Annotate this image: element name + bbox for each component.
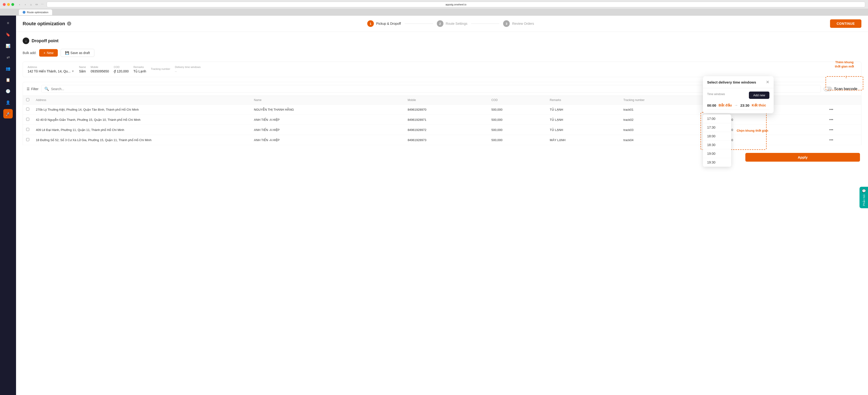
filter-label: Filter — [31, 87, 38, 91]
step-2-circle: 2 — [437, 20, 443, 27]
section-header: ↓ Dropoff point — [23, 37, 861, 44]
time-option-1900[interactable]: 19:00 — [703, 149, 731, 158]
chat-label: Phản hối — [862, 194, 865, 206]
th-address: Address — [33, 96, 251, 104]
active-tab[interactable]: Route optimization — [19, 9, 52, 15]
forward-button[interactable]: › — [23, 2, 28, 7]
url-text: appstg.onwheel.io — [445, 3, 467, 6]
plus-icon: + — [43, 51, 45, 55]
row-cod-1: 500,000 — [488, 115, 547, 125]
sidebar-dashboard-icon[interactable]: 📊 — [3, 41, 13, 51]
step-3-label: Review Orders — [512, 22, 534, 26]
save-draft-button[interactable]: 💾 Save as draft — [61, 49, 95, 57]
row-checkbox-cell-1 — [23, 115, 33, 125]
continue-button[interactable]: CONTINUE — [830, 19, 861, 28]
row-tracking-0: track01 — [620, 104, 712, 115]
delivery-windows-value[interactable]: – — [175, 69, 201, 73]
step-2: 2 Route Settings — [437, 20, 467, 27]
filter-button[interactable]: ☰ Filter — [27, 87, 38, 91]
row-checkbox-0[interactable] — [26, 108, 29, 111]
dropoff-icon: ↓ — [23, 37, 29, 44]
row-name-2: ANH TIẾN -A HIỆP — [251, 125, 404, 135]
row-checkbox-cell-3 — [23, 135, 33, 145]
step-1-circle: 1 — [367, 20, 374, 27]
row-address-3: 18 Đường Số 52, Số 3 Cư Xá Lữ Gia, Phườn… — [33, 135, 251, 145]
time-option-1930[interactable]: 19:30 — [703, 158, 731, 167]
browser-nav: ‹ › ⌂ ▭ ⋯ — [17, 2, 45, 7]
row-mobile-2: 84961928972 — [404, 125, 488, 135]
th-remarks: Remarks — [547, 96, 620, 104]
time-option-1830[interactable]: 18:30 — [703, 141, 731, 149]
page-title-text: Route optimization — [23, 21, 65, 26]
bulk-add-label: Bulk add: — [23, 51, 36, 55]
chat-widget[interactable]: 💬 Phản hối — [860, 187, 868, 208]
sidebar-routes-icon[interactable]: 🚀 — [3, 109, 13, 118]
sidebar-transfer-icon[interactable]: ⇄ — [3, 52, 13, 62]
step-connector-2 — [471, 24, 499, 24]
time-option-1800[interactable]: 18:00 — [703, 132, 731, 141]
delivery-windows-field: Delivery time windows – — [175, 66, 201, 73]
end-time-value: 23:30 — [740, 103, 749, 108]
apply-button[interactable]: Apply — [745, 153, 860, 162]
row-remarks-0: TỦ LẠNH — [547, 104, 620, 115]
step-1-label: Pickup & Dropoff — [376, 22, 401, 26]
minimize-button[interactable] — [7, 3, 10, 6]
remarks-field: Remarks Tủ Lạnh — [133, 66, 146, 73]
select-all-checkbox[interactable] — [26, 98, 29, 101]
sidebar-history-icon[interactable]: 🕐 — [3, 86, 13, 96]
address-bar[interactable]: appstg.onwheel.io — [47, 2, 865, 7]
modal-close-button[interactable]: ✕ — [766, 80, 769, 85]
grid-button[interactable]: ⋯ — [40, 2, 45, 7]
time-windows-label: Time windows — [707, 92, 725, 96]
info-icon[interactable]: i — [67, 22, 71, 26]
sidebar-menu-icon[interactable]: ≡ — [3, 19, 13, 28]
new-button[interactable]: + New — [39, 49, 58, 57]
sidebar-profile-icon[interactable]: 👤 — [3, 98, 13, 107]
mobile-label: Mobile — [91, 66, 109, 68]
th-cod: COD — [488, 96, 547, 104]
row-tracking-3: track04 — [620, 135, 712, 145]
annotation-dashed-add-new — [826, 76, 863, 90]
row-cod-0: 500,000 — [488, 104, 547, 115]
add-new-button[interactable]: Add new — [749, 92, 769, 99]
start-time-label: Bắt đầu — [718, 103, 732, 108]
sidebar-users-icon[interactable]: 👥 — [3, 64, 13, 73]
row-mobile-0: 84961928970 — [404, 104, 488, 115]
step-connector-1 — [405, 24, 433, 24]
home-button[interactable]: ⌂ — [28, 2, 33, 7]
new-button-label: New — [47, 51, 54, 55]
content-area: ↓ Dropoff point Bulk add: + New 💾 Save a… — [16, 32, 868, 395]
sidebar-reports-icon[interactable]: 📋 — [3, 75, 13, 85]
cod-label: COD — [114, 66, 129, 68]
annotation-add-new: Thêm khungthời gian mới — [826, 60, 863, 69]
sidebar-bookmark-icon[interactable]: 🔖 — [3, 30, 13, 39]
row-checkbox-1[interactable] — [26, 118, 29, 121]
tab-button[interactable]: ▭ — [34, 2, 39, 7]
row-name-3: ANH TIẾN -A HIỆP — [251, 135, 404, 145]
th-tracking: Tracking number — [620, 96, 712, 104]
row-checkbox-3[interactable] — [26, 138, 29, 141]
row-checkbox-2[interactable] — [26, 128, 29, 131]
tracking-field: Tracking number — [151, 67, 170, 71]
close-button[interactable] — [3, 3, 6, 6]
time-option-1730[interactable]: 17:30 — [703, 123, 731, 132]
row-tracking-2: track03 — [620, 125, 712, 135]
address-dropdown-arrow[interactable]: ▼ — [71, 70, 74, 73]
tracking-label: Tracking number — [151, 67, 170, 70]
annotation-arrow: ↓ — [845, 74, 847, 79]
row-checkbox-cell-0 — [23, 104, 33, 115]
chat-icon: 💬 — [862, 189, 866, 193]
time-arrow-icon: → — [734, 103, 738, 108]
cod-field: COD ₫ 120,000 — [114, 66, 129, 73]
delivery-time-modal[interactable]: Select delivery time windows ✕ Time wind… — [703, 76, 774, 113]
row-cod-3: 500,000 — [488, 135, 547, 145]
fullscreen-button[interactable] — [11, 3, 14, 6]
step-3-circle: 3 — [503, 20, 510, 27]
time-picker-dropdown[interactable]: 17:00 17:30 18:00 18:30 19:00 19:30 — [703, 115, 731, 167]
row-name-1: ANH TIẾN -A HIỆP — [251, 115, 404, 125]
row-mobile-3: 84961928973 — [404, 135, 488, 145]
time-option-1700[interactable]: 17:00 — [703, 115, 731, 123]
time-row: 00:00 Bắt đầu → 23:30 Kết thúc — [707, 101, 769, 110]
back-button[interactable]: ‹ — [17, 2, 22, 7]
address-label: Address — [28, 66, 74, 68]
